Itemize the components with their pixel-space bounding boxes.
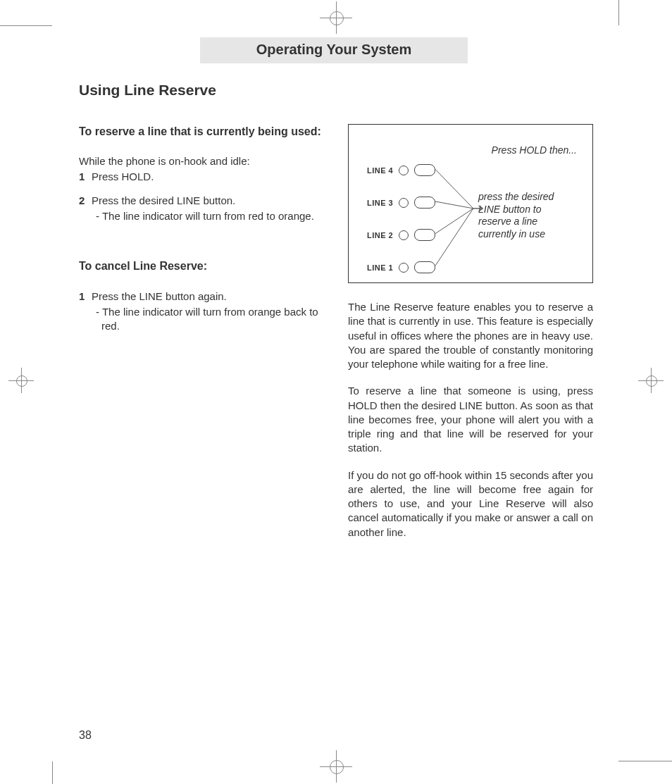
led-indicator-icon bbox=[399, 263, 409, 273]
registration-target-icon bbox=[320, 750, 352, 783]
section-title: Using Line Reserve bbox=[79, 82, 593, 99]
manual-page: Operating Your System Using Line Reserve… bbox=[0, 0, 672, 784]
body-paragraph: If you do not go off-hook within 15 seco… bbox=[348, 468, 593, 540]
line-label: LINE 2 bbox=[367, 231, 393, 239]
line-button-icon bbox=[414, 261, 435, 273]
page-content: Using Line Reserve To reserve a line tha… bbox=[79, 82, 593, 742]
subheading-reserve: To reserve a line that is currently bein… bbox=[79, 124, 324, 139]
step-text: Press the desired LINE button. bbox=[92, 194, 235, 206]
crop-mark bbox=[0, 25, 52, 26]
line-label: LINE 1 bbox=[367, 263, 393, 272]
step-bullet: - The line indicator will turn from red … bbox=[92, 209, 324, 223]
crop-mark bbox=[618, 0, 619, 25]
step-number: 1 bbox=[79, 290, 85, 304]
body-paragraph: To reserve a line that someone is using,… bbox=[348, 384, 593, 455]
cancel-step-1: 1 Press the LINE button again. - The lin… bbox=[79, 290, 324, 334]
crop-mark bbox=[52, 761, 53, 784]
led-indicator-icon bbox=[399, 230, 409, 240]
led-indicator-icon bbox=[399, 166, 409, 175]
registration-target-icon bbox=[638, 368, 664, 393]
step-number: 2 bbox=[79, 194, 85, 208]
step-bullet: - The line indicator will turn from oran… bbox=[92, 305, 324, 334]
step-text: Press HOLD. bbox=[92, 170, 154, 182]
diagram-caption-side: press the desired LINE button to reserve… bbox=[478, 191, 577, 240]
page-number: 38 bbox=[79, 729, 92, 742]
line-button-icon bbox=[414, 164, 435, 176]
line-button-icon bbox=[414, 197, 435, 209]
line-reserve-diagram: Press HOLD then... press the desired LIN… bbox=[348, 124, 593, 283]
line-label: LINE 4 bbox=[367, 166, 393, 175]
line-button-icon bbox=[414, 229, 435, 241]
right-column: Press HOLD then... press the desired LIN… bbox=[348, 124, 593, 552]
body-paragraph: The Line Reserve feature enables you to … bbox=[348, 300, 593, 371]
line-4-button-icon: LINE 4 bbox=[367, 164, 435, 176]
diagram-caption-top: Press HOLD then... bbox=[492, 144, 577, 156]
step-number: 1 bbox=[79, 170, 85, 184]
page-header-band: Operating Your System bbox=[200, 37, 468, 63]
step-1: 1 Press HOLD. bbox=[79, 170, 324, 184]
lead-text: While the phone is on-hook and idle: bbox=[79, 155, 324, 167]
left-column: To reserve a line that is currently bein… bbox=[79, 124, 324, 552]
step-text: Press the LINE button again. bbox=[92, 290, 227, 302]
subheading-cancel: To cancel Line Reserve: bbox=[79, 259, 324, 274]
line-label: LINE 3 bbox=[367, 199, 393, 207]
step-2: 2 Press the desired LINE button. - The l… bbox=[79, 194, 324, 224]
line-1-button-icon: LINE 1 bbox=[367, 261, 435, 273]
registration-target-icon bbox=[8, 368, 34, 393]
registration-target-icon bbox=[320, 1, 352, 34]
crop-mark bbox=[618, 761, 672, 761]
line-3-button-icon: LINE 3 bbox=[367, 197, 435, 209]
led-indicator-icon bbox=[399, 198, 409, 208]
page-header-title: Operating Your System bbox=[256, 42, 411, 57]
line-2-button-icon: LINE 2 bbox=[367, 229, 435, 241]
